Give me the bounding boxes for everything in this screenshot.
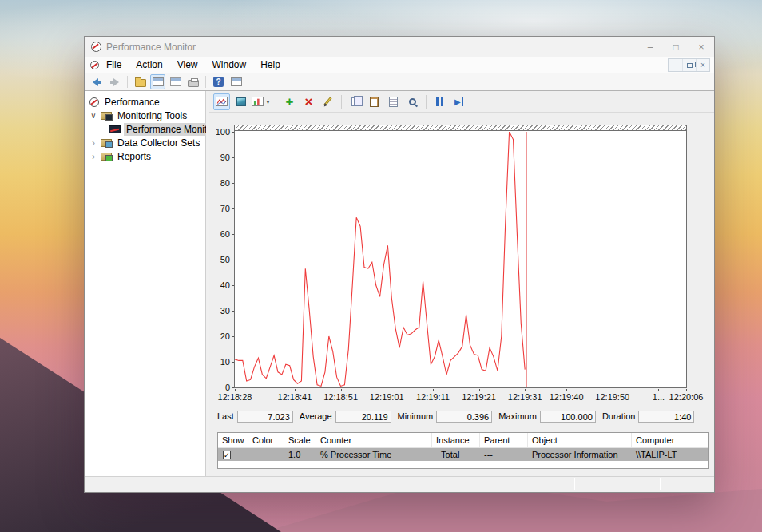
- y-axis-tick-label: 60: [209, 229, 230, 239]
- help-icon: ?: [213, 77, 224, 87]
- x-axis-tick-mark: [433, 389, 434, 391]
- highlight-button[interactable]: [319, 93, 336, 110]
- legend-header-show[interactable]: Show: [218, 433, 248, 447]
- freeze-display-button[interactable]: [431, 93, 448, 110]
- export-list-button[interactable]: [133, 74, 148, 89]
- chart-area: 0102030405060708090100 12:18:2812:18:411…: [209, 113, 715, 417]
- show-hide-console-tree-button[interactable]: [150, 74, 165, 89]
- view-log-data-button[interactable]: [232, 93, 249, 110]
- toolbar-separator: [341, 95, 342, 109]
- tree-item-label: Performance: [102, 96, 162, 109]
- y-axis-tick-label: 80: [209, 178, 230, 188]
- legend-header-object[interactable]: Object: [528, 433, 632, 447]
- legend-counter-row[interactable]: ✓ 1.0 % Processor Time _Total --- Proces…: [218, 448, 708, 461]
- delete-counter-button[interactable]: ×: [300, 93, 317, 110]
- tree-item-data-collector-sets[interactable]: › Data Collector Sets: [85, 136, 205, 149]
- view-current-activity-icon: [216, 97, 228, 106]
- add-counter-button[interactable]: +: [281, 93, 298, 110]
- legend-header-color[interactable]: Color: [248, 433, 284, 447]
- x-axis-tick-mark: [479, 389, 480, 391]
- dropdown-arrow-icon[interactable]: ▼: [265, 99, 271, 105]
- stat-duration-value: 1:40: [638, 411, 694, 423]
- x-axis-tick-label: 12:19:21: [462, 392, 496, 402]
- menu-file[interactable]: File: [99, 59, 129, 70]
- legend-object-cell: Processor Information: [528, 450, 632, 459]
- tree-item-monitoring-tools[interactable]: ∨ Monitoring Tools: [85, 109, 205, 122]
- toolbar-separator: [276, 95, 276, 109]
- zoom-button[interactable]: [404, 93, 421, 110]
- menu-window[interactable]: Window: [205, 59, 254, 70]
- properties-button[interactable]: [385, 93, 402, 110]
- legend-parent-cell: ---: [480, 450, 528, 459]
- chevron-collapsed-icon[interactable]: ›: [89, 153, 97, 161]
- legend-header-computer[interactable]: Computer: [632, 433, 708, 447]
- y-axis-tick-mark: [232, 311, 234, 312]
- y-axis-tick-mark: [232, 208, 234, 209]
- back-icon: [93, 78, 98, 86]
- legend-show-cell: ✓: [218, 450, 248, 459]
- toolbar-separator: [426, 95, 427, 109]
- child-close-button[interactable]: ×: [696, 59, 709, 71]
- x-axis-tick-label: 12:18:28: [218, 392, 252, 402]
- tree-item-label: Reports: [115, 150, 153, 163]
- chevron-collapsed-icon[interactable]: ›: [89, 139, 97, 147]
- y-axis-tick-label: 30: [209, 306, 230, 316]
- legend-header-parent[interactable]: Parent: [480, 433, 528, 447]
- update-data-button[interactable]: ▶: [450, 93, 467, 110]
- maximize-button[interactable]: □: [663, 37, 689, 57]
- legend-header-scale[interactable]: Scale: [284, 433, 316, 447]
- y-axis-tick-mark: [232, 132, 234, 133]
- chevron-expanded-icon[interactable]: ∨: [89, 111, 97, 120]
- change-graph-type-icon: [252, 97, 264, 106]
- tree-item-reports[interactable]: › Reports: [85, 149, 205, 163]
- status-bar-divider: [660, 478, 661, 490]
- x-axis-tick-mark: [566, 389, 567, 391]
- y-axis-tick-label: 70: [209, 204, 230, 213]
- back-button[interactable]: [89, 74, 105, 89]
- stat-duration-label: Duration: [602, 411, 636, 421]
- legend-header-instance[interactable]: Instance: [432, 433, 480, 447]
- x-axis-tick-label: 1...: [653, 392, 665, 402]
- chart-top-hatch: [235, 125, 686, 131]
- forward-button[interactable]: [107, 74, 122, 89]
- menu-view[interactable]: View: [170, 59, 205, 70]
- legend-header-counter[interactable]: Counter: [316, 433, 432, 447]
- x-axis-tick-label: 12:18:41: [278, 392, 312, 402]
- legend-scale-cell: 1.0: [284, 450, 316, 459]
- y-axis-tick-mark: [232, 183, 234, 184]
- toolbar-separator: [127, 76, 128, 88]
- menu-action[interactable]: Action: [129, 59, 169, 70]
- restore-icon: [687, 63, 693, 68]
- status-bar: [85, 476, 714, 492]
- perfmon-app-icon: [91, 42, 101, 52]
- x-axis-tick-mark: [525, 389, 526, 391]
- cpu-series-line: [235, 132, 525, 386]
- tree-item-performance[interactable]: Performance: [85, 95, 205, 109]
- export-list-icon: [135, 79, 146, 87]
- paste-counter-list-button[interactable]: [366, 93, 383, 110]
- stat-maximum-value: 100.000: [540, 411, 596, 423]
- print-button[interactable]: [185, 74, 200, 89]
- child-minimize-button[interactable]: –: [669, 59, 682, 71]
- close-button[interactable]: ×: [689, 37, 714, 57]
- change-graph-type-button[interactable]: ▼: [252, 93, 271, 110]
- performance-monitor-window: Performance Monitor – □ × File Action Vi…: [84, 36, 715, 493]
- show-checkbox[interactable]: ✓: [223, 451, 231, 459]
- view-current-activity-button[interactable]: [213, 93, 230, 110]
- y-axis-tick-label: 90: [209, 153, 230, 162]
- copy-properties-button[interactable]: [347, 93, 363, 110]
- new-window-button[interactable]: [228, 74, 244, 89]
- minimize-button[interactable]: –: [637, 37, 663, 57]
- console-content: Performance ∨ Monitoring Tools Performan…: [85, 91, 714, 476]
- help-button[interactable]: ?: [211, 74, 226, 89]
- y-axis-tick-label: 40: [209, 280, 230, 290]
- chart-plot-svg: [235, 132, 686, 387]
- child-restore-button[interactable]: [682, 59, 696, 71]
- y-axis-tick-mark: [232, 234, 234, 235]
- console-icon: [90, 61, 99, 69]
- menu-help[interactable]: Help: [253, 59, 288, 70]
- console-tree: Performance ∨ Monitoring Tools Performan…: [85, 91, 206, 476]
- tree-item-performance-monitor[interactable]: Performance Monitor: [85, 122, 205, 136]
- title-bar[interactable]: Performance Monitor – □ ×: [85, 37, 714, 57]
- properties-dialog-button[interactable]: [168, 74, 183, 89]
